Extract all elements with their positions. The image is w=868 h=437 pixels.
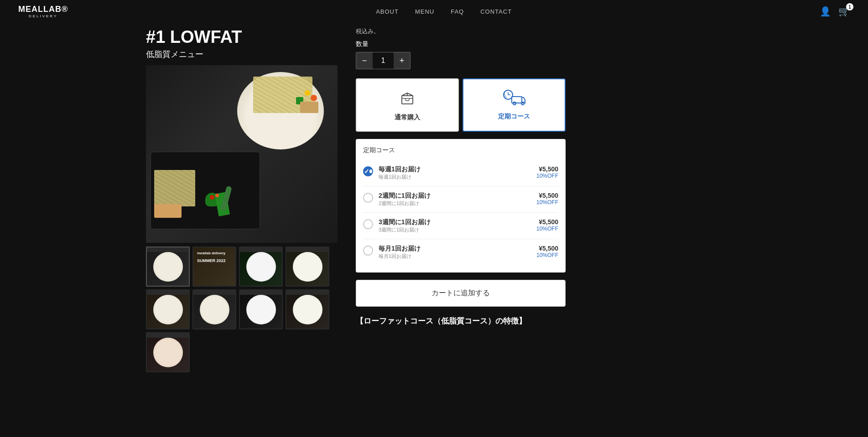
subscription-purchase-option[interactable]: 定期コース: [463, 78, 566, 132]
svg-rect-0: [402, 96, 413, 104]
svg-rect-6: [512, 97, 522, 103]
quantity-minus-button[interactable]: −: [356, 52, 373, 69]
thumb-8[interactable]: [286, 289, 329, 329]
radio-biweekly: [363, 193, 373, 203]
sub-discount-monthly: 10%OFF: [536, 252, 558, 258]
thumb-2[interactable]: meallab delivery SUMMER 2022: [192, 247, 236, 287]
sub-option-biweekly-label: 2週間に1回お届け: [379, 192, 536, 200]
thumb-3[interactable]: [239, 247, 283, 287]
thumb-text-2: meallab delivery SUMMER 2022: [193, 247, 235, 267]
thumb-7[interactable]: [239, 289, 283, 329]
radio-monthly: [363, 246, 373, 256]
product-info: 税込み。 数量 − 1 + 通常購入: [356, 27, 566, 372]
radio-triweekly: [363, 219, 373, 229]
sub-price-weekly: ¥5,500: [536, 165, 558, 173]
nav-contact[interactable]: CONTACT: [480, 8, 512, 15]
header: MEALLAB® DELIVERY ABOUT MENU FAQ CONTACT…: [0, 0, 868, 23]
nav-menu[interactable]: MENU: [415, 8, 434, 15]
normal-purchase-label: 通常購入: [361, 113, 453, 122]
sub-option-biweekly-sub: 2週間に1回お届け: [379, 200, 536, 207]
normal-purchase-option[interactable]: 通常購入: [356, 78, 459, 132]
sub-price-monthly: ¥5,500: [536, 245, 558, 252]
nav-faq[interactable]: FAQ: [451, 8, 464, 15]
sub-price-triweekly: ¥5,500: [536, 218, 558, 226]
sub-price-biweekly: ¥5,500: [536, 192, 558, 199]
subscription-option-monthly[interactable]: 毎月1回お届け 毎月1回お届け ¥5,500 10%OFF: [363, 239, 558, 265]
quantity-control: − 1 +: [356, 52, 411, 69]
cart-badge: 1: [846, 3, 853, 10]
header-icons: 👤 🛒 1: [820, 6, 850, 17]
sub-discount-weekly: 10%OFF: [536, 173, 558, 179]
sub-discount-biweekly: 10%OFF: [536, 199, 558, 206]
sub-discount-triweekly: 10%OFF: [536, 226, 558, 232]
nav: ABOUT MENU FAQ CONTACT: [376, 8, 512, 15]
logo: MEALLAB® DELIVERY: [18, 5, 68, 18]
sub-option-triweekly-label: 3週間に1回お届け: [379, 218, 536, 226]
subscription-option-weekly[interactable]: ✓ 毎週1回お届け 毎週1回お届け ¥5,500 10%OFF: [363, 160, 558, 186]
normal-purchase-icon: [361, 88, 453, 110]
purchase-selector: 通常購入: [356, 78, 566, 132]
quantity-plus-button[interactable]: +: [394, 52, 410, 69]
subscription-title: 定期コース: [363, 146, 558, 154]
add-to-cart-button[interactable]: カートに追加する: [356, 280, 566, 307]
cart-icon-wrapper[interactable]: 🛒 1: [838, 6, 850, 17]
product-subtitle: 低脂質メニュー: [146, 49, 338, 60]
subscription-box: 定期コース ✓ 毎週1回お届け 毎週1回お届け ¥5,500 10%OFF: [356, 139, 566, 272]
tax-note: 税込み。: [356, 27, 566, 36]
sub-option-weekly-label: 毎週1回お届け: [379, 165, 536, 174]
subscription-option-biweekly[interactable]: 2週間に1回お届け 2週間に1回お届け ¥5,500 10%OFF: [363, 186, 558, 213]
subscription-purchase-icon: [468, 88, 560, 109]
thumbnail-grid: meallab delivery SUMMER 2022: [146, 247, 338, 372]
main-container: #1 LOWFAT 低脂質メニュー: [0, 23, 868, 377]
nav-about[interactable]: ABOUT: [376, 8, 399, 15]
sub-option-weekly-sub: 毎週1回お届け: [379, 174, 536, 180]
sub-option-monthly-label: 毎月1回お届け: [379, 245, 536, 253]
main-product-image: [146, 65, 338, 243]
sub-option-triweekly-sub: 3週間に1回お届け: [379, 226, 536, 233]
subscription-option-triweekly[interactable]: 3週間に1回お届け 3週間に1回お届け ¥5,500 10%OFF: [363, 213, 558, 239]
sub-option-monthly-sub: 毎月1回お届け: [379, 253, 536, 260]
quantity-value: 1: [373, 57, 394, 65]
product-images: #1 LOWFAT 低脂質メニュー: [146, 27, 338, 372]
quantity-label: 数量: [356, 40, 566, 48]
thumb-1[interactable]: [146, 247, 190, 287]
product-title: #1 LOWFAT: [146, 27, 338, 47]
thumb-4[interactable]: [286, 247, 329, 287]
check-icon-weekly: ✓: [364, 168, 369, 175]
thumb-5[interactable]: [146, 289, 190, 329]
radio-weekly: ✓: [363, 166, 373, 176]
feature-heading: 【ローファットコース（低脂質コース）の特徴】: [356, 316, 566, 326]
user-icon[interactable]: 👤: [820, 6, 831, 17]
thumb-9[interactable]: [146, 332, 190, 372]
subscription-purchase-label: 定期コース: [468, 113, 560, 121]
thumb-6[interactable]: [192, 289, 236, 329]
